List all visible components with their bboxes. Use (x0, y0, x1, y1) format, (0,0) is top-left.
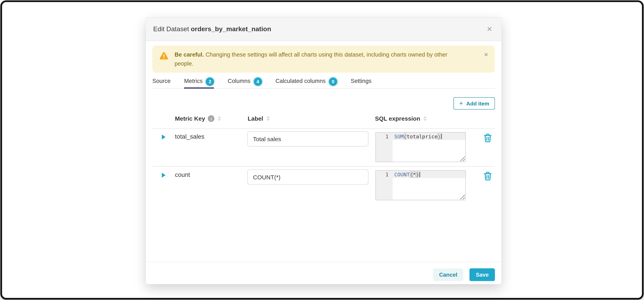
sql-argument: totalprice (407, 133, 438, 139)
tab-metrics[interactable]: Metrics2 (184, 76, 214, 88)
banner-close-icon[interactable]: ✕ (484, 52, 488, 57)
calculated-columns-count-badge: 0 (329, 78, 337, 86)
line-number: 1 (376, 171, 393, 178)
tab-columns-label: Columns (228, 78, 250, 84)
metric-key-value: total_sales (175, 133, 204, 140)
text-cursor (441, 134, 442, 139)
warning-text: Be careful. Changing these settings will… (174, 50, 478, 68)
sql-keyword: SUM (394, 133, 404, 139)
table-row: total_sales 1 SUM(totalprice) (152, 128, 495, 166)
table-row: count 1 COUNT(*) (152, 166, 495, 204)
tab-columns[interactable]: Columns4 (228, 76, 262, 88)
dataset-name: orders_by_market_nation (191, 25, 271, 32)
label-input[interactable] (247, 131, 368, 146)
tab-settings[interactable]: Settings (351, 76, 372, 88)
add-item-label: Add item (466, 100, 489, 106)
column-header-label: Label (248, 115, 270, 122)
close-icon[interactable]: ✕ (485, 24, 494, 34)
modal-title: Edit Dataset orders_by_market_nation (153, 25, 271, 33)
trash-icon (483, 133, 492, 143)
line-number: 1 (376, 132, 393, 140)
editor-gutter: 1 (376, 171, 393, 200)
metric-key-header-label: Metric Key (175, 115, 205, 122)
warning-banner: Be careful. Changing these settings will… (152, 45, 495, 73)
sql-expression-editor[interactable]: 1 SUM(totalprice) (376, 132, 466, 162)
warning-text-bold: Be careful. (174, 51, 204, 58)
modal-title-prefix: Edit Dataset (153, 25, 191, 32)
open-paren: ( (404, 133, 407, 139)
modal-header: Edit Dataset orders_by_market_nation ✕ (146, 18, 502, 41)
metrics-table-header: Metric Keyi Label SQL expression (152, 113, 495, 129)
columns-count-badge: 4 (254, 78, 262, 86)
open-paren: ( (410, 172, 413, 178)
delete-metric-button[interactable] (483, 133, 492, 144)
column-header-metric-key: Metric Keyi (175, 115, 221, 122)
sql-keyword: COUNT (394, 172, 410, 178)
save-button[interactable]: Save (470, 268, 495, 281)
warning-text-body: Changing these settings will affect all … (174, 51, 448, 67)
editor-gutter: 1 (376, 132, 393, 162)
expand-caret-icon[interactable] (162, 135, 166, 140)
column-header-sql-expression: SQL expression (375, 115, 427, 122)
text-cursor (419, 172, 420, 177)
label-input[interactable] (247, 170, 368, 185)
expand-caret-icon[interactable] (162, 173, 166, 178)
tab-calculated-columns-label: Calculated columns (276, 78, 326, 84)
window-frame: Edit Dataset orders_by_market_nation ✕ B… (0, 0, 644, 300)
add-item-button[interactable]: +Add item (454, 97, 495, 110)
tab-settings-label: Settings (351, 78, 372, 84)
sql-header-label: SQL expression (375, 115, 420, 122)
tab-source-label: Source (152, 78, 170, 84)
info-icon[interactable]: i (208, 115, 214, 122)
close-paren: ) (438, 133, 441, 139)
sort-icon[interactable] (218, 116, 221, 121)
sql-argument-star: * (413, 172, 416, 178)
delete-metric-button[interactable] (483, 171, 492, 182)
tab-metrics-label: Metrics (184, 78, 203, 84)
metrics-panel: +Add item Metric Keyi Label SQL expressi… (152, 89, 495, 262)
metrics-count-badge: 2 (206, 78, 214, 86)
sort-icon[interactable] (424, 116, 427, 121)
tab-source[interactable]: Source (152, 76, 170, 88)
dataset-tabs: Source Metrics2 Columns4 Calculated colu… (152, 76, 495, 89)
label-header-label: Label (248, 115, 263, 122)
sort-icon[interactable] (266, 116, 270, 121)
trash-icon (483, 171, 492, 181)
screen: Edit Dataset orders_by_market_nation ✕ B… (0, 0, 644, 300)
resize-handle-icon[interactable] (460, 194, 465, 199)
cancel-button[interactable]: Cancel (433, 268, 464, 281)
sql-code: COUNT(*) (394, 171, 420, 178)
sql-code: SUM(totalprice) (394, 133, 442, 140)
modal-footer: Cancel Save (146, 262, 502, 287)
edit-dataset-modal: Edit Dataset orders_by_market_nation ✕ B… (146, 18, 502, 284)
tab-calculated-columns[interactable]: Calculated columns0 (276, 76, 337, 88)
warning-triangle-icon (158, 51, 169, 63)
metric-key-value: count (175, 171, 190, 178)
close-paren: ) (416, 172, 419, 178)
modal-body: Be careful. Changing these settings will… (146, 41, 502, 262)
resize-handle-icon[interactable] (460, 156, 465, 161)
sql-expression-editor[interactable]: 1 COUNT(*) (376, 170, 466, 200)
plus-icon: + (459, 100, 463, 107)
